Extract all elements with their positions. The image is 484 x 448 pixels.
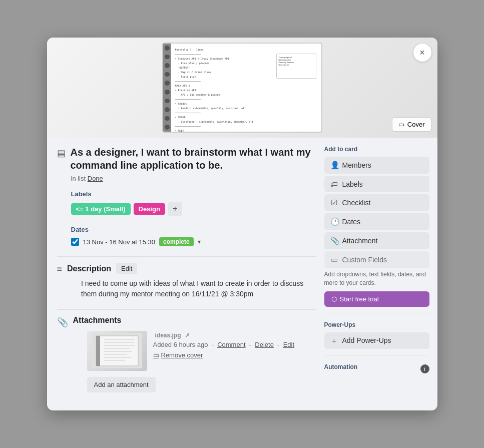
- attachments-icon: 📎: [57, 317, 68, 328]
- list-link[interactable]: Done: [88, 175, 103, 182]
- automation-header: Automation i: [324, 363, 429, 374]
- attachment-meta: Added 6 hours ago - Comment - Delete - E…: [153, 341, 316, 348]
- automation-section: Automation i: [324, 363, 429, 374]
- description-title: Description: [67, 264, 111, 273]
- label-design[interactable]: Design: [134, 203, 165, 215]
- description-edit-button[interactable]: Edit: [116, 263, 137, 274]
- add-label-button[interactable]: +: [168, 202, 182, 216]
- attachments-header: Attachments: [73, 316, 316, 325]
- start-trial-button[interactable]: ⬡ Start free trial: [324, 291, 429, 307]
- attachments-title: Attachments: [73, 316, 122, 325]
- attachment-thumbnail: [87, 331, 147, 371]
- attachment-label: Attachment: [342, 237, 378, 245]
- dates-dropdown-icon[interactable]: ▾: [198, 238, 201, 245]
- svg-rect-1: [96, 336, 138, 366]
- trial-icon: ⬡: [331, 295, 337, 303]
- card-title-row: ▤ As a designer, I want to brainstorm wh…: [57, 146, 316, 172]
- description-icon: ≡: [57, 264, 63, 274]
- attachment-edit-link[interactable]: Edit: [283, 341, 294, 348]
- automation-info-icon[interactable]: i: [420, 364, 429, 373]
- labels-row: <= 1 day (Small) Design +: [71, 202, 316, 216]
- info-symbol: i: [424, 366, 425, 372]
- attachments-header-row: 📎 Attachments: [57, 316, 316, 392]
- checklist-label: Checklist: [342, 199, 371, 207]
- attachment-info: ideas.jpg ↗ Added 6 hours ago - Comment …: [153, 331, 316, 359]
- attachment-item: ideas.jpg ↗ Added 6 hours ago - Comment …: [87, 331, 316, 371]
- label-small[interactable]: <= 1 day (Small): [71, 203, 131, 215]
- card-modal: Portfolio 3 - Ideas ───────────────── • …: [47, 38, 437, 410]
- description-header: Description Edit: [67, 263, 316, 274]
- attachment-icon: 📎: [330, 236, 338, 245]
- card-title: As a designer, I want to brainstorm what…: [71, 146, 316, 172]
- attachment-filename: ideas.jpg ↗: [153, 331, 316, 339]
- description-section: ≡ Description Edit I need to come up wit…: [57, 263, 316, 299]
- dates-text: 13 Nov - 16 Nov at 15:30: [83, 238, 156, 246]
- cover-image: Portfolio 3 - Ideas ───────────────── • …: [47, 38, 437, 138]
- labels-section: Labels <= 1 day (Small) Design +: [57, 190, 316, 216]
- labels-icon: 🏷: [330, 180, 338, 188]
- complete-badge: complete: [159, 237, 194, 246]
- start-trial-label: Start free trial: [340, 295, 379, 303]
- small-note: Topic: proposal Meeting notes Planning s…: [276, 54, 316, 79]
- add-to-card-title: Add to card: [324, 146, 429, 153]
- close-button[interactable]: ×: [413, 44, 431, 62]
- add-power-ups-icon: +: [330, 336, 338, 345]
- thumb-image: [87, 331, 147, 371]
- labels-heading: Labels: [71, 190, 316, 198]
- power-ups-section: Power-Ups + Add Power-Ups: [324, 321, 429, 349]
- card-type-icon: ▤: [57, 148, 66, 159]
- attachment-time: Added 6 hours ago: [153, 341, 208, 348]
- remove-cover-label: Remove cover: [161, 351, 203, 359]
- add-attachment-button[interactable]: Add an attachment: [87, 377, 156, 392]
- power-ups-title: Power-Ups: [324, 321, 429, 328]
- cover-button-label: Cover: [407, 121, 425, 128]
- dates-row: 13 Nov - 16 Nov at 15:30 complete ▾: [71, 237, 316, 246]
- add-power-ups-button[interactable]: + Add Power-Ups: [324, 332, 429, 349]
- custom-fields-button[interactable]: ▭ Custom Fields: [324, 251, 429, 268]
- attachments-section: 📎 Attachments: [57, 316, 316, 392]
- in-list: in list Done: [71, 175, 316, 182]
- automation-title: Automation: [324, 363, 358, 370]
- attachment-button[interactable]: 📎 Attachment: [324, 232, 429, 249]
- custom-fields-section: ▭ Custom Fields Add dropdowns, text fiel…: [324, 251, 429, 307]
- main-content: ▤ As a designer, I want to brainstorm wh…: [57, 146, 324, 402]
- in-list-prefix: in list: [71, 175, 86, 182]
- checklist-button[interactable]: ☑ Checklist: [324, 194, 429, 211]
- attachment-link-icon: ↗: [185, 332, 190, 339]
- remove-cover-link[interactable]: ▭ Remove cover: [153, 351, 316, 359]
- checklist-icon: ☑: [330, 198, 338, 207]
- labels-button[interactable]: 🏷 Labels: [324, 176, 429, 192]
- modal-body: ▤ As a designer, I want to brainstorm wh…: [47, 138, 437, 410]
- dates-section: Dates 13 Nov - 16 Nov at 15:30 complete …: [57, 226, 316, 246]
- labels-label: Labels: [342, 180, 363, 188]
- cover-icon: ▭: [398, 121, 404, 128]
- members-label: Members: [342, 161, 371, 169]
- custom-fields-desc: Add dropdowns, text fields, dates, and m…: [324, 270, 429, 287]
- dates-heading: Dates: [71, 226, 316, 233]
- date-checkbox[interactable]: [71, 238, 79, 246]
- notebook-thumbnail: Portfolio 3 - Ideas ───────────────── • …: [162, 43, 322, 133]
- attachments-content: Attachments: [73, 316, 316, 392]
- attachment-comment-link[interactable]: Comment: [217, 341, 245, 348]
- thumb-svg: [92, 333, 142, 368]
- description-header-row: ≡ Description Edit I need to come up wit…: [57, 263, 316, 299]
- cover-area: Portfolio 3 - Ideas ───────────────── • …: [47, 38, 437, 138]
- custom-fields-icon: ▭: [330, 255, 338, 264]
- custom-fields-label: Custom Fields: [342, 256, 387, 264]
- attachment-delete-link[interactable]: Delete: [255, 341, 274, 348]
- add-power-ups-label: Add Power-Ups: [342, 336, 391, 344]
- dates-label: Dates: [342, 218, 361, 226]
- members-button[interactable]: 👤 Members: [324, 157, 429, 174]
- svg-rect-2: [96, 336, 100, 366]
- dates-button[interactable]: 🕐 Dates: [324, 213, 429, 230]
- members-icon: 👤: [330, 161, 338, 170]
- sidebar: Add to card 👤 Members 🏷 Labels ☑ Checkli…: [324, 146, 429, 402]
- cover-button[interactable]: ▭ Cover: [392, 117, 431, 132]
- description-text: I need to come up with ideas of what I w…: [81, 278, 316, 299]
- remove-cover-icon: ▭: [153, 351, 159, 359]
- dates-icon: 🕐: [330, 217, 338, 226]
- close-icon: ×: [419, 48, 425, 58]
- description-content: Description Edit I need to come up with …: [67, 263, 316, 299]
- spiral: [163, 44, 171, 132]
